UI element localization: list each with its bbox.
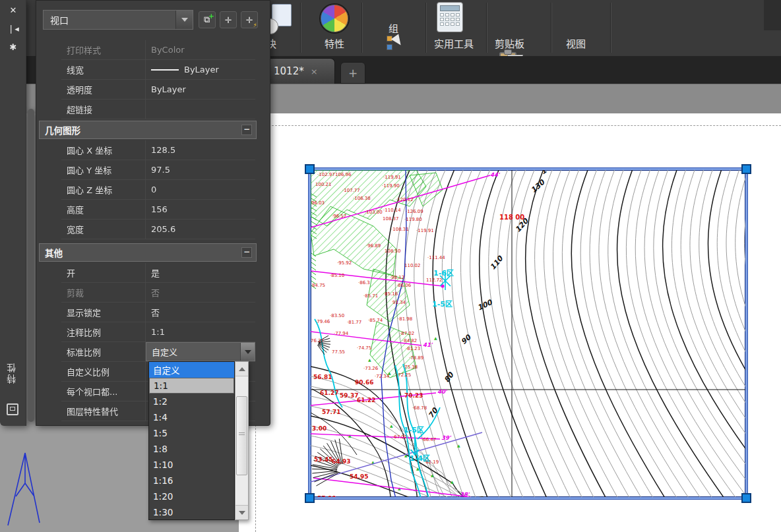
elevation-label: ·85.16 xyxy=(383,291,398,297)
elevation-label: 110.02 xyxy=(404,263,421,268)
property-label: 圆心 Z 坐标 xyxy=(61,180,146,199)
standard-scale-combobox[interactable]: 自定义 xyxy=(146,342,255,361)
dropdown-scrollbar[interactable] xyxy=(235,361,249,520)
property-row: 透明度ByLayer xyxy=(61,80,255,100)
property-value[interactable]: 205.6 xyxy=(146,220,255,239)
property-row: 超链接 xyxy=(61,100,255,119)
scale-option[interactable]: 1:4 xyxy=(149,409,234,425)
scale-option[interactable]: 1:20 xyxy=(149,488,234,504)
property-value[interactable]: 自定义 xyxy=(146,342,255,361)
scale-option[interactable]: 1:8 xyxy=(149,441,234,457)
property-value[interactable]: ByColor xyxy=(146,40,255,59)
property-label: 剪裁 xyxy=(61,283,146,302)
close-icon[interactable]: ✕ xyxy=(0,5,26,15)
grip-top-left[interactable] xyxy=(305,164,315,174)
ucs-icon xyxy=(0,432,46,531)
elevation-label: 53.45 xyxy=(314,456,332,463)
property-value[interactable]: 0 xyxy=(146,180,255,199)
property-label: 圆心 X 坐标 xyxy=(61,140,146,160)
elevation-label: ·85.10 xyxy=(330,273,344,278)
elevation-label: 77.55 xyxy=(332,349,345,355)
collapse-icon[interactable]: − xyxy=(241,125,252,135)
elevation-label: 100.21 xyxy=(315,182,332,187)
scale-option[interactable]: 1:16 xyxy=(149,473,234,488)
property-value[interactable] xyxy=(146,100,255,119)
elevation-label: ·67.01 xyxy=(392,434,407,440)
elevation-label: ·119.80 xyxy=(404,217,422,222)
elevation-label: ·73.26 xyxy=(363,366,379,371)
property-value[interactable]: 是 xyxy=(146,263,255,282)
property-value[interactable]: ByLayer xyxy=(146,80,255,99)
elevation-label: ·86.06 xyxy=(396,283,412,288)
contour-elevation-label: 100 xyxy=(476,298,495,312)
elevation-label: ·110.14 xyxy=(383,208,401,213)
chevron-down-icon[interactable] xyxy=(240,343,255,361)
palette-titlebar[interactable]: ✕ ❘◂ ✱ 特性 xyxy=(0,0,26,426)
property-label: 标准比例 xyxy=(61,342,146,361)
elevation-label: ·81.98 xyxy=(398,316,412,322)
property-label: 每个视口都... xyxy=(61,382,146,401)
select-objects-icon[interactable]: ✛⚡ xyxy=(241,11,258,28)
contour-elevation-label: 90 xyxy=(459,332,473,346)
scale-option[interactable]: 1:10 xyxy=(149,457,234,473)
elevation-label: 91.34 xyxy=(392,300,406,305)
general-rows: 打印样式ByColor线宽ByLayer透明度ByLayer超链接 xyxy=(61,40,255,119)
quick-select-icon[interactable]: ⧉+ xyxy=(199,11,216,28)
elevation-label: ·107.77 xyxy=(342,188,360,193)
elevation-label: ·81.77 xyxy=(347,320,361,325)
property-label: 打印样式 xyxy=(61,40,146,59)
survey-line-label: 44' xyxy=(490,171,501,178)
svg-text:▲: ▲ xyxy=(457,443,460,448)
scale-option[interactable]: 1:5 xyxy=(149,425,234,441)
scale-option[interactable]: 1:2 xyxy=(149,394,234,409)
property-value[interactable]: 否 xyxy=(146,283,255,302)
new-tab-button[interactable]: + xyxy=(340,62,365,84)
group-icon[interactable] xyxy=(385,34,402,51)
section-header-geometry[interactable]: 几何图形 − xyxy=(39,121,257,139)
chevron-down-icon[interactable] xyxy=(175,11,193,29)
survey-line-label: 41' xyxy=(423,341,433,348)
object-type-select[interactable]: 视口 xyxy=(43,10,193,30)
elevation-label: ·84.82 xyxy=(402,338,417,343)
scale-option[interactable]: 1:30 xyxy=(149,504,234,520)
viewport-selected[interactable]: ▲▲▲▲▲▲▲▲▲▲▲▲ ·102.97106.96100.21·107.77·… xyxy=(309,168,747,499)
property-value[interactable]: 1:1 xyxy=(146,322,255,341)
calculator-icon[interactable] xyxy=(437,2,463,32)
property-row: 打印样式ByColor xyxy=(61,40,255,60)
property-value[interactable]: 97.5 xyxy=(146,160,255,179)
section-header-misc[interactable]: 其他 − xyxy=(39,243,257,262)
property-label: 线宽 xyxy=(61,60,146,79)
panel-separator xyxy=(300,3,301,53)
property-value[interactable]: 156 xyxy=(146,200,255,219)
pickadd-toggle-icon[interactable]: ✛ xyxy=(220,11,237,28)
grip-bottom-right[interactable] xyxy=(741,493,751,503)
elevation-label: ·96.57 xyxy=(332,214,346,219)
tab-close-icon[interactable]: × xyxy=(311,67,318,76)
paper-margin-dashed-horizontal xyxy=(255,125,781,126)
panel-label-properties: 特性 xyxy=(325,36,344,50)
survey-line-label: 39' xyxy=(441,434,452,441)
scroll-down-icon[interactable] xyxy=(235,505,248,519)
autohide-icon[interactable]: ❘◂ xyxy=(0,24,26,34)
grip-top-right[interactable] xyxy=(741,164,751,174)
elevation-label: ·108.31 xyxy=(391,227,409,232)
scrollbar-thumb[interactable] xyxy=(236,396,247,475)
palette-scrollbar-thumb[interactable] xyxy=(28,109,34,422)
property-row: 剪裁否 xyxy=(61,283,255,303)
color-wheel-icon[interactable] xyxy=(319,3,350,34)
elevation-label: ·78.89 xyxy=(409,355,423,361)
elevation-label: 3.00 xyxy=(312,425,327,432)
scale-option[interactable]: 自定义 xyxy=(149,362,234,378)
grip-bottom-left[interactable] xyxy=(305,493,315,503)
elevation-label: 96.03 xyxy=(311,200,325,206)
collapse-icon[interactable]: − xyxy=(241,247,252,258)
zone-label: 1-6区 xyxy=(433,269,454,278)
property-value[interactable]: ByLayer xyxy=(146,60,255,79)
property-value[interactable]: 128.5 xyxy=(146,140,255,160)
scroll-up-icon[interactable] xyxy=(235,362,248,376)
settings-icon[interactable]: ✱ xyxy=(0,42,26,52)
scale-option[interactable]: 1:1 xyxy=(149,378,234,394)
property-label: 注释比例 xyxy=(61,322,146,341)
property-value[interactable]: 否 xyxy=(146,303,255,322)
elevation-label: ·83.50 xyxy=(330,313,344,318)
